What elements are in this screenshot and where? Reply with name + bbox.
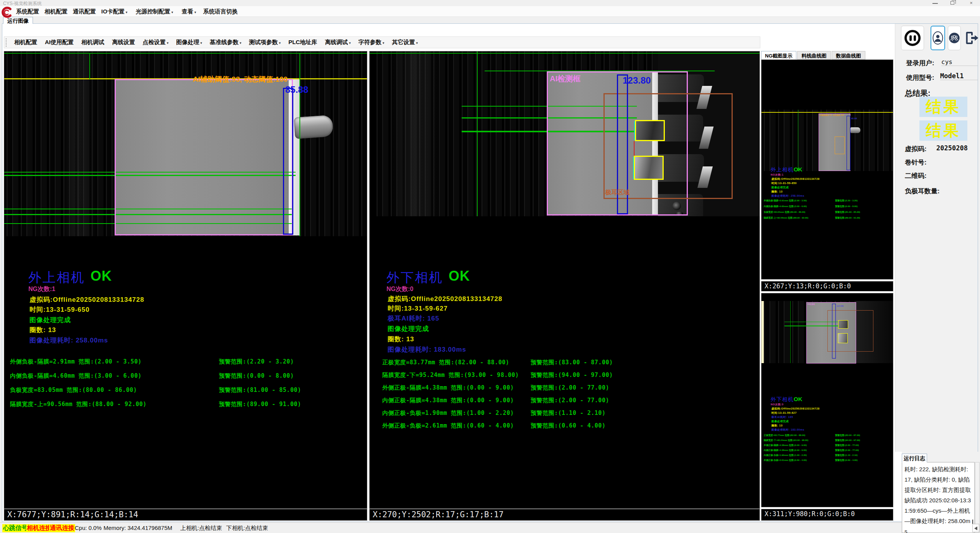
measurement-row: 内侧正极-负极=1.90mm 范围:(1.00 - 2.20) <box>382 410 514 417</box>
menu-light-control-config[interactable]: 光源控制配置▾ <box>133 8 176 16</box>
exit-button[interactable] <box>964 26 979 50</box>
virtual-code: 虚拟码:Offline20250208133134728 <box>30 295 144 304</box>
chevron-down-icon: ▾ <box>167 41 169 45</box>
tool-spot-check-setting[interactable]: 点检设置▾ <box>139 39 173 46</box>
minimize-icon[interactable] <box>929 0 941 6</box>
tool-other-settings[interactable]: 其它设置▾ <box>388 39 422 46</box>
menu-language-switch[interactable]: 系统语言切换 <box>201 8 240 16</box>
ng-thumbnail-upper[interactable]: AI辅助阈值:93, 动态阈值:100 85.88 外上相机 OK NG次数:1… <box>761 59 893 280</box>
pause-button[interactable] <box>901 26 924 50</box>
tool-offline-setting[interactable]: 离线设置 <box>108 39 139 46</box>
lower-camera-check-status: 下相机:点检结束 <box>226 525 268 532</box>
chevron-down-icon: ▾ <box>383 41 385 45</box>
thumb-ai-elapsed: 极耳AI耗时: 165 <box>771 415 793 419</box>
model-value[interactable]: Model1 <box>940 72 978 80</box>
tab-line-curve[interactable]: 料线曲线图 <box>797 51 831 59</box>
thumb-measurement: 隔膜宽度-下=95.24mm 范围:(93.00 - 98.00) <box>764 439 808 442</box>
chevron-down-icon: ▾ <box>279 41 281 45</box>
tab-area-label: 极耳区域 <box>605 189 630 197</box>
camera-result: OK <box>90 268 112 284</box>
login-user-value[interactable]: cys <box>941 58 978 66</box>
thumb-measurement: 外侧负极-隔膜=2.91mm 范围:(2.00 - 3.50) <box>764 199 807 202</box>
measurement-warn: 预警范围:(0.00 - 8.00) <box>219 372 294 380</box>
close-icon[interactable]: × <box>965 0 977 6</box>
process-done: 图像处理完成 <box>30 316 71 324</box>
tool-test-item-params[interactable]: 测试项参数▾ <box>245 39 285 46</box>
blue-width-box <box>283 88 293 235</box>
comm-connect-indicator: 通讯连接 <box>49 524 75 532</box>
measurement-row: 正极宽度=83.77mm 范围:(82.00 - 88.00) <box>382 359 509 366</box>
ng-thumbnail-lower[interactable]: AI检测框 123.80 外下相机 OK NG次数:0 虚拟码:Offline2… <box>761 293 893 507</box>
width-value-overlay: 85.88 <box>285 84 308 95</box>
tool-offline-debug[interactable]: 离线调试▾ <box>321 39 355 46</box>
thumb-measurement: 预警范围:(81.00 - 85.00) <box>835 211 860 214</box>
bright-left-strip <box>761 301 764 363</box>
cpu-usage: Cpu: 0.0% <box>75 525 102 531</box>
menu-io-card-config[interactable]: IO卡配置▾ <box>99 8 130 16</box>
thumb-measurement: 内侧正极-负极=1.90mm 范围:(1.00 - 2.20) <box>764 454 807 457</box>
tab-ng-screenshot[interactable]: NG截图显示 <box>761 51 796 59</box>
toolbar-grip-handle[interactable] <box>6 38 7 47</box>
virtual-code: 虚拟码:Offline20250208133134728 <box>388 294 502 303</box>
user-icon <box>932 30 944 46</box>
green-guide-line <box>4 53 367 54</box>
chevron-down-icon: ▾ <box>201 41 202 45</box>
ng-count: NG次数:0 <box>386 285 413 293</box>
thumb-camera-name: 外下相机 <box>771 396 794 403</box>
tool-camera-config[interactable]: 相机配置 <box>10 39 41 46</box>
ng-thumbnail-lower-coords: X:311;Y:980;R:0;G:0;B:0 <box>761 509 893 521</box>
process-elapsed: 图像处理耗时: 183.00ms <box>388 345 466 354</box>
thumb-process-done: 图像处理完成 <box>771 186 789 189</box>
camera-name: 外下相机 <box>386 269 443 286</box>
cyan-edge-line <box>633 157 634 179</box>
thumb-ng-count: NG次数:0 <box>771 403 784 406</box>
tool-image-processing[interactable]: 图像处理▾ <box>173 39 206 46</box>
yellow-guide-line <box>761 112 893 113</box>
thumb-measurement: 外侧正极-负极=2.61mm 范围:(0.60 - 4.00) <box>764 459 807 462</box>
thumb-measurement: 内侧负极-隔膜=4.60mm 范围:(3.00 - 6.00) <box>764 205 807 208</box>
measurement-warn: 预警范围:(0.60 - 4.00) <box>531 422 605 429</box>
scroll-corner-button[interactable] <box>972 524 979 532</box>
thumb-camera-result: OK <box>794 166 802 173</box>
loop-count: 圈数: 13 <box>30 326 56 334</box>
menu-view[interactable]: 查看▾ <box>179 8 199 16</box>
upper-camera-view[interactable]: AI辅助阈值:93, 动态阈值:100 85.88 外上相机 OK NG次数:1… <box>4 51 367 509</box>
ai-threshold-overlay: AI辅助阈值:93, 动态阈值:100 <box>193 74 288 84</box>
lower-camera-view[interactable]: AI检测框 123.80 极耳区域 外下相机 OK NG次数:0 虚拟码:Off… <box>369 51 760 509</box>
exit-icon <box>964 30 979 46</box>
menu-camera-config[interactable]: 相机配置 <box>42 8 70 16</box>
thumb-orange-box <box>835 137 845 154</box>
run-log-content: 耗时: 222, 缺陷检测耗时: 17, 缺陷分类耗时: 0, 缺陷提取分区耗时… <box>902 462 975 533</box>
menu-comm-config[interactable]: 通讯配置 <box>71 8 98 16</box>
restore-glyph <box>950 1 954 5</box>
pause-icon <box>904 30 921 46</box>
heartbeat-indicator: 心跳信号 <box>2 524 28 532</box>
tool-ai-use-config[interactable]: AI使用配置 <box>41 39 77 46</box>
green-guide-line <box>784 322 838 322</box>
thumb-camera-result: OK <box>794 396 802 402</box>
virtual-code-label: 虚拟码: <box>905 145 927 153</box>
camera-result: OK <box>449 268 470 284</box>
measurement-row: 内侧正极-隔膜=4.38mm 范围:(0.00 - 9.00) <box>382 397 514 404</box>
current-user-button[interactable] <box>931 26 945 50</box>
red-edge-line <box>634 141 635 156</box>
log-scrollbar[interactable] <box>975 462 980 533</box>
thumb-virtual-code: 虚拟码:Offline20250208133134728 <box>771 407 820 411</box>
tab-data-curve[interactable]: 数据曲线图 <box>832 51 865 59</box>
upper-camera-check-status: 上相机:点检结束 <box>180 525 222 532</box>
thumb-measurement: 预警范围:(1.10 - 2.10) <box>835 454 858 457</box>
tool-plc-address-lib[interactable]: PLC地址库 <box>284 39 321 46</box>
tool-baseline-params[interactable]: 基准线参数▾ <box>206 39 245 46</box>
measurement-row: 负极宽度=83.05mm 范围:(80.00 - 86.00) <box>10 387 137 394</box>
tool-char-params[interactable]: 字符参数▾ <box>355 39 388 46</box>
restore-icon[interactable] <box>947 0 959 6</box>
ng-thumbnail-upper-coords: X:267;Y:13;R:0;G:0;B:0 <box>761 281 893 291</box>
menu-system-config[interactable]: 系统配置 <box>14 8 41 16</box>
tab-run-log[interactable]: 运行日志 <box>902 454 927 462</box>
user-group-button[interactable] <box>948 26 961 50</box>
thumb-measurement: 隔膜宽度-上=90.56mm 范围:(88.00 - 92.00) <box>764 216 808 220</box>
result-box-lower: 结果 <box>919 120 967 141</box>
thumb-measurement: 预警范围:(83.00 - 87.00) <box>835 434 860 437</box>
tool-camera-debug[interactable]: 相机调试 <box>77 39 108 46</box>
measurement-warn: 预警范围:(81.00 - 85.00) <box>219 387 301 394</box>
